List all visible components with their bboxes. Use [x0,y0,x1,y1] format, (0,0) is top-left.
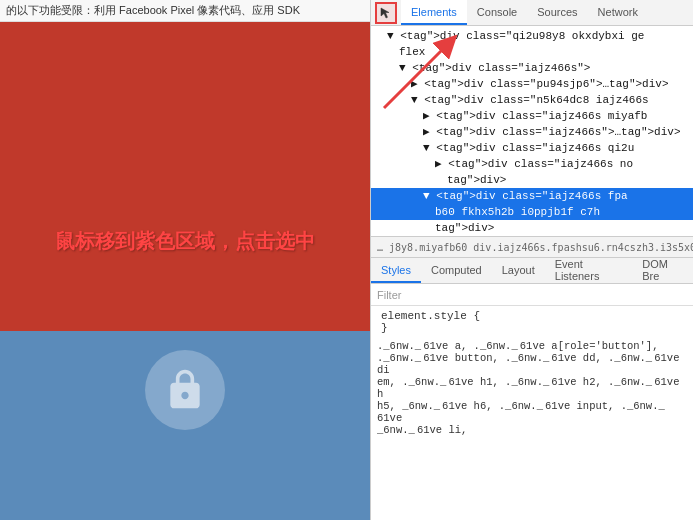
top-notification-bar: 的以下功能受限：利用 Facebook Pixel 像素代码、应用 SDK [0,0,370,22]
css-cont-3: h5, _6nw._ 61ve h6, ._6nw._ 61ve input, … [377,400,687,424]
tree-line[interactable]: ▶ <tag">div class="pu94sjp6">…tag">div> [371,76,693,92]
tree-line[interactable]: ▶ <tag">div class="iajz466s">…tag">div> [371,124,693,140]
devtools-top-tabs: Elements Console Sources Network [371,0,693,26]
css-rule-6nw: ._6nw._ 61ve a, ._6nw._ 61ve a[role='but… [377,340,687,436]
tree-line[interactable]: ▶ <tag">div class="iajz466s miyafb [371,108,693,124]
tab-computed[interactable]: Computed [421,258,492,283]
css-cont-1: ._6nw._ 61ve button, ._6nw._ 61ve dd, ._… [377,352,687,376]
tree-line[interactable]: ▶ <tag">div class="iajz466s no [371,156,693,172]
tab-console[interactable]: Console [467,0,527,25]
left-panel: 的以下功能受限：利用 Facebook Pixel 像素代码、应用 SDK 鼠标… [0,0,370,520]
tree-line[interactable]: ▼ <tag">div class="n5k64dc8 iajz466s [371,92,693,108]
tree-line[interactable]: ▼ <tag">div class="iajz466s qi2u [371,140,693,156]
tree-line[interactable]: b60 fkhx5h2b i0ppjb1f c7h [371,204,693,220]
tree-line[interactable]: ▼ <tag">div class="iajz466s"> [371,60,693,76]
css-rule-close: } [377,322,687,334]
tab-layout[interactable]: Layout [492,258,545,283]
lock-icon [163,368,207,412]
css-cont-4: _6nw._ 61ve li, [377,424,687,436]
tree-line[interactable]: tag">div> [371,172,693,188]
tab-dom-breakpoints[interactable]: DOM Bre [632,258,693,283]
styles-panel: element.style { } ._6nw._ 61ve a, ._6nw.… [371,306,693,520]
tree-line[interactable]: flex [371,44,693,60]
tree-line[interactable]: ▼ <tag">div class="iajz466s fpa [371,188,693,204]
tab-styles[interactable]: Styles [371,258,421,283]
inspect-button[interactable] [375,2,397,24]
styles-filter-bar: Filter [371,284,693,306]
tab-sources[interactable]: Sources [527,0,587,25]
page-preview: 鼠标移到紫色区域，点击选中 [0,22,370,520]
tab-network[interactable]: Network [588,0,648,25]
tab-event-listeners[interactable]: Event Listeners [545,258,632,283]
instruction-text: 鼠标移到紫色区域，点击选中 [55,228,315,255]
css-selector-element-style: element.style { [377,310,687,322]
html-tree[interactable]: ▼ <tag">div class="qi2u98y8 okxdybxi gef… [371,26,693,236]
styles-tabs: Styles Computed Layout Event Listeners D… [371,258,693,284]
element-breadcrumb: … j8y8.miyafb60 div.iajz466s.fpashsu6.rn… [371,236,693,258]
cursor-icon [379,6,393,20]
tab-elements[interactable]: Elements [401,0,467,25]
devtools-panel: Elements Console Sources Network ▼ <tag"… [370,0,693,520]
css-rule-element-style: element.style { } [377,310,687,334]
css-selector-6nw: ._6nw._ 61ve a, ._6nw._ 61ve a[role='but… [377,340,687,352]
tree-line[interactable]: tag">div> [371,220,693,236]
notification-text: 的以下功能受限：利用 Facebook Pixel 像素代码、应用 SDK [6,3,300,18]
red-section [0,22,370,331]
css-cont-2: em, ._6nw._ 61ve h1, ._6nw._ 61ve h2, ._… [377,376,687,400]
lock-icon-circle [145,350,225,430]
tree-line[interactable]: ▼ <tag">div class="qi2u98y8 okxdybxi ge [371,28,693,44]
